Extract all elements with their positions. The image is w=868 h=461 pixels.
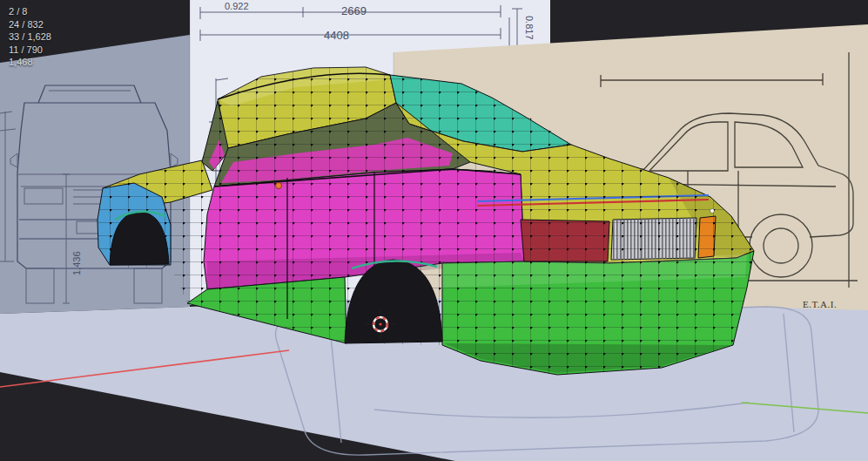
dim-label-length: 4408 — [324, 29, 349, 42]
stats-line-4: 11 / 790 — [9, 44, 51, 57]
active-vertex[interactable] — [710, 209, 715, 214]
stats-line-2: 24 / 832 — [9, 18, 51, 31]
stats-line-1: 2 / 8 — [9, 5, 51, 18]
dim-label-front-overhang: 0.817 — [524, 16, 535, 40]
cursor-center-dot — [379, 322, 381, 325]
stats-line-5: 1,468 — [9, 56, 51, 69]
mesh-statistics-overlay: 2 / 8 24 / 832 33 / 1,628 11 / 790 1,468 — [9, 5, 51, 69]
object-origin-dot — [276, 183, 282, 189]
blender-3d-viewport[interactable]: 1,436 0.922 2669 4408 0.817 — [0, 0, 868, 461]
dim-label-rear-overhang: 0.922 — [225, 1, 249, 11]
stats-line-3: 33 / 1,628 — [9, 31, 51, 44]
blueprint-brand-label: E.T.A.I. — [803, 299, 837, 309]
viewport-canvas[interactable]: 1,436 0.922 2669 4408 0.817 — [0, 0, 868, 461]
height-dimension-label: 1,436 — [71, 251, 82, 275]
dim-label-wheelbase: 2669 — [341, 4, 367, 17]
